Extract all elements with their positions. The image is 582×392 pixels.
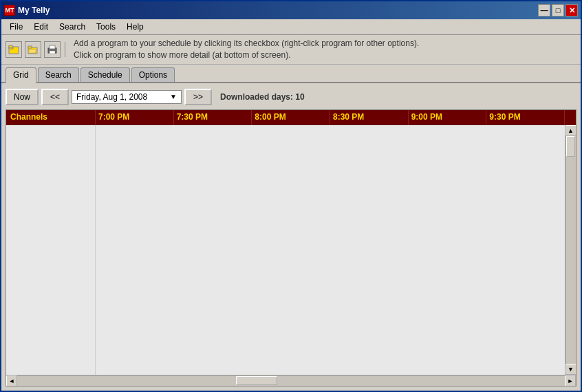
svg-marker-5: [28, 50, 36, 53]
menu-help[interactable]: Help: [121, 21, 149, 33]
time-slot-4: 9:00 PM: [409, 110, 487, 125]
svg-rect-4: [28, 46, 32, 48]
maximize-button[interactable]: □: [552, 4, 564, 17]
time-slots-header: 7:00 PM 7:30 PM 8:00 PM 8:30 PM 9:00 PM …: [96, 110, 565, 125]
scroll-left-button[interactable]: ◄: [6, 375, 17, 386]
grid-controls: Now << Friday, Aug 1, 2008 ▼ >> Download…: [6, 87, 576, 107]
time-slot-0: 7:00 PM: [96, 110, 174, 125]
menu-edit[interactable]: Edit: [28, 21, 54, 33]
grid-body: ▲ ▼: [6, 125, 576, 375]
time-slot-5: 9:30 PM: [486, 110, 565, 125]
title-bar: MT My Telly — □ ✕: [1, 1, 581, 19]
scroll-thumb-h[interactable]: [236, 376, 277, 385]
scroll-track-h[interactable]: [17, 375, 565, 386]
scroll-right-button[interactable]: ►: [565, 375, 576, 386]
app-icon: MT: [4, 5, 15, 16]
date-text: Friday, Aug 1, 2008: [76, 92, 170, 102]
scroll-thumb-v[interactable]: [566, 136, 575, 157]
time-slot-1: 7:30 PM: [174, 110, 252, 125]
prev-button[interactable]: <<: [41, 89, 69, 105]
tab-search[interactable]: Search: [38, 67, 79, 82]
next-button[interactable]: >>: [184, 89, 212, 105]
close-button[interactable]: ✕: [565, 4, 578, 17]
tab-bar: Grid Search Schedule Options: [1, 65, 581, 83]
date-selector[interactable]: Friday, Aug 1, 2008 ▼: [72, 90, 182, 104]
main-window: MT My Telly — □ ✕ File Edit Search Tools…: [0, 0, 582, 392]
grid-header: Channels 7:00 PM 7:30 PM 8:00 PM 8:30 PM…: [6, 110, 576, 125]
menu-tools[interactable]: Tools: [91, 21, 121, 33]
menu-search[interactable]: Search: [54, 21, 91, 33]
now-button[interactable]: Now: [6, 89, 39, 105]
svg-rect-2: [9, 45, 12, 47]
tab-schedule[interactable]: Schedule: [80, 67, 130, 82]
tab-grid[interactable]: Grid: [6, 67, 36, 83]
svg-rect-7: [50, 45, 55, 49]
channels-header: Channels: [6, 110, 96, 125]
horizontal-scrollbar[interactable]: ◄ ►: [6, 375, 576, 386]
menu-bar: File Edit Search Tools Help: [1, 19, 581, 35]
programs-area[interactable]: [96, 125, 565, 375]
scroll-up-button[interactable]: ▲: [565, 125, 576, 136]
time-slot-2: 8:00 PM: [252, 110, 330, 125]
window-controls: — □ ✕: [538, 4, 578, 17]
toolbar-info: Add a program to your schedule by clicki…: [74, 38, 419, 61]
vertical-scrollbar[interactable]: ▲ ▼: [565, 125, 576, 375]
scroll-down-button[interactable]: ▼: [565, 364, 576, 375]
downloaded-info: Downloaded days: 10: [220, 92, 305, 102]
toolbar-separator: [65, 42, 65, 57]
toolbar-btn-new[interactable]: [6, 41, 22, 58]
header-scrollbar-spacer: [565, 110, 576, 125]
toolbar-btn-print[interactable]: [44, 41, 61, 58]
tab-options[interactable]: Options: [131, 67, 175, 82]
tv-grid: Channels 7:00 PM 7:30 PM 8:00 PM 8:30 PM…: [6, 109, 576, 386]
window-title: My Telly: [18, 6, 538, 15]
main-content: Now << Friday, Aug 1, 2008 ▼ >> Download…: [1, 83, 581, 391]
time-slot-3: 8:30 PM: [330, 110, 409, 125]
menu-file[interactable]: File: [4, 21, 28, 33]
toolbar: Add a program to your schedule by clicki…: [1, 35, 581, 65]
svg-rect-8: [50, 51, 55, 54]
minimize-button[interactable]: —: [538, 4, 550, 17]
channels-column: [6, 125, 96, 375]
scroll-track-v[interactable]: [565, 136, 576, 364]
date-dropdown-arrow[interactable]: ▼: [170, 93, 177, 100]
toolbar-btn-open[interactable]: [25, 41, 41, 58]
